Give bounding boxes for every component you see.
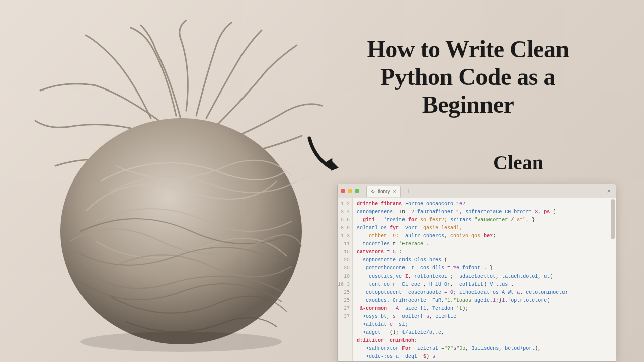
maximize-dot-icon[interactable] (355, 189, 359, 193)
tab-label: tlonry (378, 189, 390, 194)
svg-marker-2 (331, 161, 339, 171)
tangled-wire-illustration (25, 20, 337, 352)
main-title: How to Write Clean Python Code as a Begi… (337, 35, 599, 119)
editor-tabbar: ↻ tlonry × + × (338, 184, 616, 198)
new-tab-button[interactable]: + (406, 187, 410, 195)
code-editor-window: ↻ tlonry × + × 1 2 3 4 5 6 8 9 1 3 11 15… (337, 184, 616, 362)
svg-point-0 (60, 118, 302, 344)
code-content: dritthe fibrans Fortoe oncaocoto 1e2 can… (353, 198, 616, 361)
arrow-icon (304, 131, 350, 176)
scrollbar[interactable] (611, 199, 615, 239)
tab-close-icon[interactable]: × (393, 188, 396, 194)
minimize-dot-icon[interactable] (348, 189, 352, 193)
traffic-lights (341, 189, 359, 193)
editor-tab[interactable]: ↻ tlonry × (366, 186, 401, 197)
line-number-gutter: 1 2 3 4 5 6 8 9 1 3 11 15 25 35 10 16 3 … (338, 198, 353, 361)
svg-point-1 (80, 332, 282, 352)
window-close-icon[interactable]: × (605, 187, 613, 195)
reload-icon: ↻ (371, 189, 375, 194)
close-dot-icon[interactable] (341, 189, 345, 193)
code-area: 1 2 3 4 5 6 8 9 1 3 11 15 25 35 10 16 3 … (338, 198, 616, 361)
subtitle-clean: Clean (493, 151, 543, 174)
